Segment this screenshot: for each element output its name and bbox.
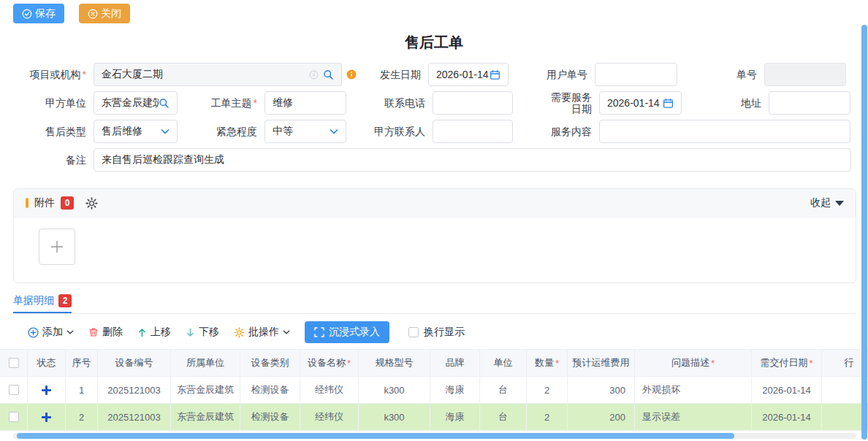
- column-header-est_cost: 预计运维费用: [568, 349, 635, 377]
- info-icon[interactable]: [346, 69, 357, 80]
- calendar-icon[interactable]: [663, 98, 674, 109]
- section-accent-bar: [26, 198, 28, 208]
- clear-icon[interactable]: [309, 70, 319, 80]
- row-checkbox[interactable]: [9, 412, 19, 422]
- cell-problem[interactable]: 显示误差: [635, 404, 752, 431]
- attachment-panel-body: [14, 218, 856, 265]
- column-header-seq: 序号: [66, 349, 98, 377]
- address-label: 地址: [682, 97, 769, 109]
- add-row-button[interactable]: 添加: [28, 326, 74, 339]
- cell-unit_company[interactable]: 东营金辰建筑: [171, 404, 240, 431]
- order-no-label: 单号: [677, 69, 764, 80]
- cell-delivery_date[interactable]: 2026-01-14: [752, 377, 822, 404]
- column-header-device_category: 设备类别: [240, 349, 300, 377]
- trash-icon: [88, 327, 99, 337]
- row-checkbox[interactable]: [9, 385, 19, 395]
- cell-device_category[interactable]: 检测设备: [240, 377, 300, 404]
- required-mark: *: [83, 69, 86, 80]
- contact-phone-input[interactable]: [433, 91, 513, 115]
- cell-unit[interactable]: 台: [480, 377, 527, 404]
- batch-operation-button[interactable]: 批操作: [234, 326, 290, 339]
- column-header-quantity: 数量*: [527, 349, 568, 377]
- cell-device_category[interactable]: 检测设备: [240, 404, 300, 431]
- service-content-input[interactable]: [599, 120, 850, 143]
- cell-spec_model[interactable]: k300: [359, 377, 430, 404]
- cell-unit_company[interactable]: 东营金辰建筑: [171, 377, 240, 404]
- cell-spec_model[interactable]: k300: [359, 404, 430, 431]
- after-sales-type-select[interactable]: 售后维修: [94, 120, 178, 143]
- x-circle-icon: [88, 9, 98, 19]
- add-attachment-button[interactable]: [39, 229, 75, 265]
- column-header-status: 状态: [28, 349, 66, 377]
- subject-input[interactable]: 维修: [264, 91, 346, 115]
- cell-est_cost[interactable]: 300: [568, 377, 635, 404]
- cell-device_name[interactable]: 经纬仪: [300, 377, 359, 404]
- collapse-toggle[interactable]: 收起: [810, 196, 844, 210]
- occur-date-value: 2026-01-14: [436, 69, 490, 80]
- cell-brand[interactable]: 海康: [430, 404, 480, 431]
- table-row: 12025121003东营金辰建筑检测设备经纬仪k300海康台2300外观损坏2…: [0, 377, 868, 404]
- occur-date-input[interactable]: 2026-01-14: [428, 63, 509, 86]
- top-action-bar: 保存 关闭: [0, 0, 868, 23]
- column-header-problem: 问题描述*: [635, 349, 752, 377]
- gear-icon[interactable]: [85, 197, 98, 210]
- add-row-icon[interactable]: [42, 413, 51, 422]
- wrap-display-label: 换行显示: [424, 326, 465, 339]
- user-order-input[interactable]: [595, 63, 677, 86]
- cell-status: [28, 377, 66, 404]
- calendar-icon[interactable]: [490, 69, 500, 80]
- detail-toolbar: 添加 删除 上移 下移 批操作: [28, 321, 856, 343]
- column-header-unit: 单位: [480, 349, 527, 377]
- remark-input[interactable]: 来自售后巡检跟踪查询生成: [94, 148, 851, 172]
- column-header-select: [0, 349, 28, 377]
- move-up-button[interactable]: 上移: [137, 326, 171, 339]
- cell-problem[interactable]: 外观损坏: [635, 377, 752, 404]
- add-label: 添加: [42, 326, 63, 339]
- close-button[interactable]: 关闭: [79, 4, 130, 23]
- project-input[interactable]: 金石大厦二期: [94, 63, 342, 86]
- search-icon[interactable]: [159, 98, 170, 109]
- arrow-down-icon: [186, 328, 195, 337]
- move-down-button[interactable]: 下移: [186, 326, 219, 339]
- form-row-3: 售后类型 售后维修 紧急程度 中等 甲方联系人 服务内容: [0, 120, 868, 143]
- add-row-icon[interactable]: [42, 386, 51, 395]
- tab-detail-list[interactable]: 单据明细 2: [13, 294, 72, 313]
- cell-unit[interactable]: 台: [480, 404, 527, 431]
- party-a-unit-input[interactable]: 东营金辰建筑: [94, 91, 178, 115]
- user-order-label: 用户单号: [509, 69, 595, 80]
- detail-count-badge: 2: [58, 294, 72, 307]
- chevron-down-icon: [330, 129, 338, 134]
- cell-quantity[interactable]: 2: [527, 377, 568, 404]
- cell-device_no[interactable]: 2025121003: [98, 377, 171, 404]
- delete-row-button[interactable]: 删除: [88, 326, 123, 339]
- after-sales-type-label: 售后类型: [0, 126, 94, 137]
- vertical-scrollbar-thumb[interactable]: [861, 25, 867, 440]
- cell-device_name[interactable]: 经纬仪: [300, 404, 359, 431]
- cell-est_cost[interactable]: 200: [568, 404, 635, 431]
- search-icon[interactable]: [323, 69, 334, 80]
- cell-device_no[interactable]: 2025121003: [98, 404, 171, 431]
- collapse-label: 收起: [810, 196, 831, 210]
- select-all-checkbox[interactable]: [9, 358, 19, 368]
- party-a-contact-input[interactable]: [433, 120, 513, 143]
- cell-quantity[interactable]: 2: [527, 404, 568, 431]
- wrap-display-checkbox[interactable]: [408, 327, 419, 337]
- address-input[interactable]: [769, 91, 850, 115]
- save-button[interactable]: 保存: [13, 4, 64, 23]
- page-title: 售后工单: [0, 34, 868, 51]
- urgency-select[interactable]: 中等: [264, 120, 346, 143]
- cell-seq[interactable]: 1: [66, 377, 98, 404]
- column-header-unit_company: 所属单位: [171, 349, 240, 377]
- service-date-input[interactable]: 2026-01-14 0: [599, 91, 682, 115]
- horizontal-scrollbar-thumb[interactable]: [17, 433, 734, 439]
- cell-brand[interactable]: 海康: [430, 377, 480, 404]
- close-button-label: 关闭: [101, 7, 121, 20]
- immersive-entry-button[interactable]: 沉浸式录入: [305, 321, 389, 343]
- contact-phone-label: 联系电话: [346, 97, 433, 109]
- column-header-device_name: 设备名称*: [300, 349, 359, 377]
- wrap-display-toggle[interactable]: 换行显示: [408, 326, 465, 339]
- cell-seq[interactable]: 2: [66, 404, 98, 431]
- arrow-up-icon: [137, 328, 147, 337]
- attachment-label: 附件: [34, 196, 55, 210]
- cell-delivery_date[interactable]: 2026-01-14: [752, 404, 822, 431]
